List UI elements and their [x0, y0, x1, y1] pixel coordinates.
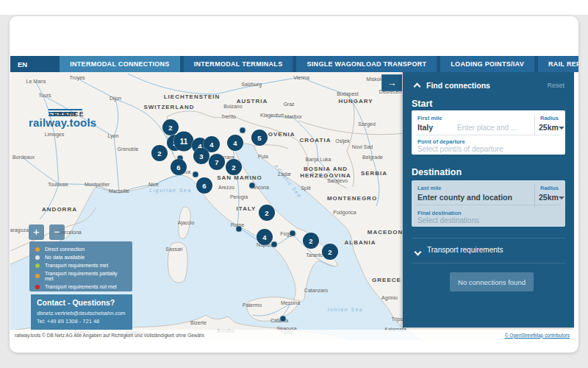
cluster-marker[interactable]: 6 — [171, 159, 187, 175]
logo-brand-label: railway.tools — [29, 116, 96, 129]
nav-tab-intermodal-connections[interactable]: INTERMODAL CONNECTIONS — [60, 56, 179, 72]
last-mile-input[interactable]: Enter county and location — [417, 193, 512, 202]
location-marker[interactable] — [290, 230, 296, 237]
nav-tab-rail-refuelling-stations[interactable]: RAIL REFUELLING STATIONS — [538, 56, 578, 72]
chevron-down-icon[interactable] — [559, 127, 564, 132]
contact-phone: Tel: +49 89 1308 - 721 48 — [37, 318, 126, 325]
nav-tab-single-wagonload-transport[interactable]: SINGLE WAGONLOAD TRANSPORT — [296, 56, 437, 72]
legend-item-label: Transport requirements not met — [45, 284, 117, 289]
app-window: EN INTERMODAL CONNECTIONSINTERMODAL TERM… — [10, 16, 578, 353]
destination-card: Last mile Enter county and location Radi… — [412, 180, 565, 227]
map-canvas[interactable]: FRANCESWITZERLANDLIECHTENSTEINAUSTRIAHUN… — [10, 72, 574, 340]
contact-email[interactable]: dbnetz.vertrieb@deutschebahn.com — [37, 310, 126, 316]
zoom-out-button[interactable]: − — [49, 224, 65, 240]
first-mile-label: First mile — [417, 115, 442, 121]
legend-dot-icon — [35, 285, 40, 289]
legend-dot-icon — [35, 255, 40, 260]
cluster-marker[interactable]: 4 — [257, 229, 273, 245]
last-mile-label: Last mile — [417, 185, 442, 191]
language-button[interactable]: EN — [10, 56, 35, 72]
cluster-marker[interactable]: 2 — [303, 233, 319, 249]
legend-item: Transport requirements partially met — [35, 271, 126, 281]
first-mile-value[interactable]: Italy — [417, 123, 433, 132]
location-marker[interactable] — [240, 127, 246, 134]
contact-box: Contact - Questions? dbnetz.vertrieb@deu… — [31, 294, 132, 330]
destination-heading: Destination — [412, 167, 462, 177]
point-of-departure-placeholder[interactable]: Select point/s of departure — [417, 145, 503, 153]
radius-select[interactable]: 25km — [539, 193, 559, 202]
chevron-up-icon — [414, 83, 421, 91]
panel-collapse-button[interactable]: → — [381, 74, 402, 91]
cluster-marker[interactable]: 11 — [174, 132, 194, 152]
cluster-marker[interactable]: 2 — [322, 244, 338, 260]
legend-item: No data available — [35, 255, 126, 260]
panel-divider — [412, 263, 565, 263]
transport-requirements-toggle[interactable]: Transport requirements — [427, 246, 503, 254]
final-destination-label: Final destination — [417, 210, 462, 216]
attribution-bar: railway.tools © DB Netz AG Alle Angaben … — [10, 330, 574, 340]
zoom-in-button[interactable]: + — [29, 224, 44, 240]
start-heading: Start — [412, 99, 432, 109]
radius-select[interactable]: 25km — [539, 123, 559, 132]
location-marker[interactable] — [280, 316, 287, 322]
cluster-marker[interactable]: 6 — [196, 177, 212, 194]
chevron-down-icon — [415, 249, 422, 256]
attribution-disclaimer: railway.tools © DB Netz AG Alle Angaben … — [15, 333, 205, 338]
legend-dot-icon — [35, 263, 40, 268]
no-connections-button[interactable]: No connections found — [450, 272, 534, 291]
radius-label: Radius — [540, 185, 559, 191]
cluster-marker[interactable]: 3 — [193, 148, 209, 164]
panel-divider — [412, 238, 565, 238]
legend-item-label: No data available — [45, 255, 85, 260]
nav-tab-intermodal-terminals[interactable]: INTERMODAL TERMINALS — [184, 56, 293, 72]
cluster-marker[interactable]: 7 — [209, 154, 225, 170]
legend-item-label: Direct connection — [45, 247, 85, 252]
osm-attribution-link[interactable]: © OpenStreetMap contributors — [505, 333, 570, 338]
cluster-marker[interactable]: 2 — [259, 205, 275, 221]
main-nav: EN INTERMODAL CONNECTIONSINTERMODAL TERM… — [10, 56, 578, 72]
location-marker[interactable] — [249, 183, 256, 189]
cluster-marker[interactable]: 2 — [226, 159, 242, 175]
cluster-marker[interactable]: 5 — [251, 130, 268, 146]
card-divider-vertical — [534, 115, 535, 135]
location-marker[interactable] — [193, 171, 199, 178]
legend-item-label: Transport requirements met — [45, 263, 108, 268]
point-of-departure-label: Point of departure — [417, 138, 465, 145]
cluster-marker[interactable]: 4 — [227, 135, 243, 151]
legend-item-label: Transport requirements partially met — [45, 271, 126, 281]
card-divider-horizontal — [416, 135, 561, 135]
location-marker[interactable] — [271, 241, 278, 248]
legend-item: Direct connection — [35, 247, 126, 252]
reset-button[interactable]: Reset — [547, 82, 564, 89]
legend-item: Transport requirements not met — [35, 284, 126, 289]
legend-dot-icon — [35, 247, 40, 252]
legend-item: Transport requirements met — [35, 263, 126, 268]
legend-dot-icon — [35, 274, 40, 278]
card-divider-horizontal — [416, 205, 561, 205]
nav-tabs: INTERMODAL CONNECTIONSINTERMODAL TERMINA… — [60, 56, 578, 72]
cluster-marker[interactable]: 2 — [151, 145, 168, 161]
contact-title: Contact - Questions? — [37, 298, 126, 307]
panel-title: Find connections — [426, 81, 490, 90]
final-destination-placeholder[interactable]: Select destinations — [417, 216, 479, 224]
first-mile-input-placeholder[interactable]: Enter place and ... — [457, 124, 517, 132]
map-legend: Direct connectionNo data availableTransp… — [29, 241, 132, 291]
radius-label: Radius — [540, 115, 559, 121]
arrow-right-icon: → — [387, 77, 397, 88]
location-marker[interactable] — [236, 226, 243, 233]
find-connections-panel: Find connections Reset Start First mile … — [403, 72, 574, 328]
panel-header[interactable]: Find connections Reset — [403, 79, 574, 93]
nav-tab-loading-points-iav[interactable]: LOADING POINTS/IAV — [440, 56, 534, 72]
chevron-down-icon[interactable] — [559, 197, 564, 202]
cluster-marker[interactable]: 2 — [162, 119, 179, 135]
start-card: First mile Italy Enter place and ... Rad… — [412, 110, 565, 155]
